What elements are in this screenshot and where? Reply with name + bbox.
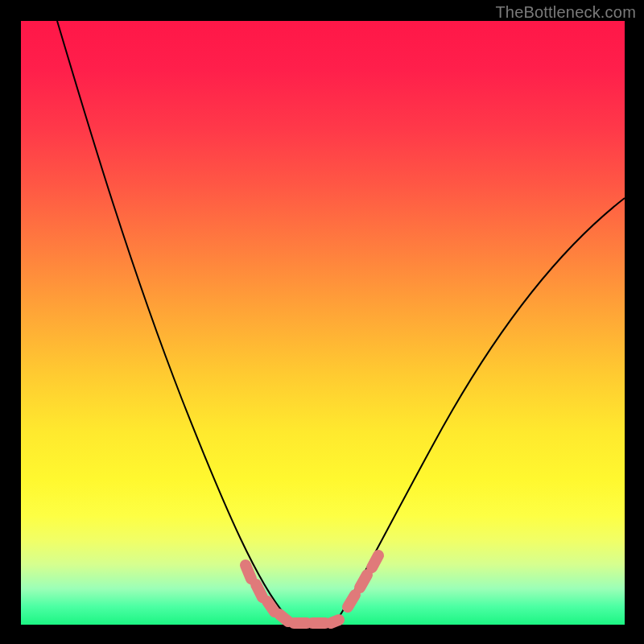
svg-line-0 bbox=[246, 565, 251, 579]
svg-line-2 bbox=[267, 601, 275, 612]
svg-line-3 bbox=[279, 614, 288, 621]
highlight-band bbox=[246, 555, 378, 623]
svg-line-9 bbox=[372, 555, 378, 568]
left-curve bbox=[57, 21, 291, 623]
svg-line-1 bbox=[256, 584, 262, 597]
svg-line-8 bbox=[360, 575, 367, 588]
svg-line-7 bbox=[348, 595, 355, 607]
curve-layer bbox=[21, 21, 625, 625]
watermark-text: TheBottleneck.com bbox=[495, 3, 636, 22]
chart-area bbox=[21, 21, 625, 625]
svg-line-6 bbox=[331, 620, 339, 623]
